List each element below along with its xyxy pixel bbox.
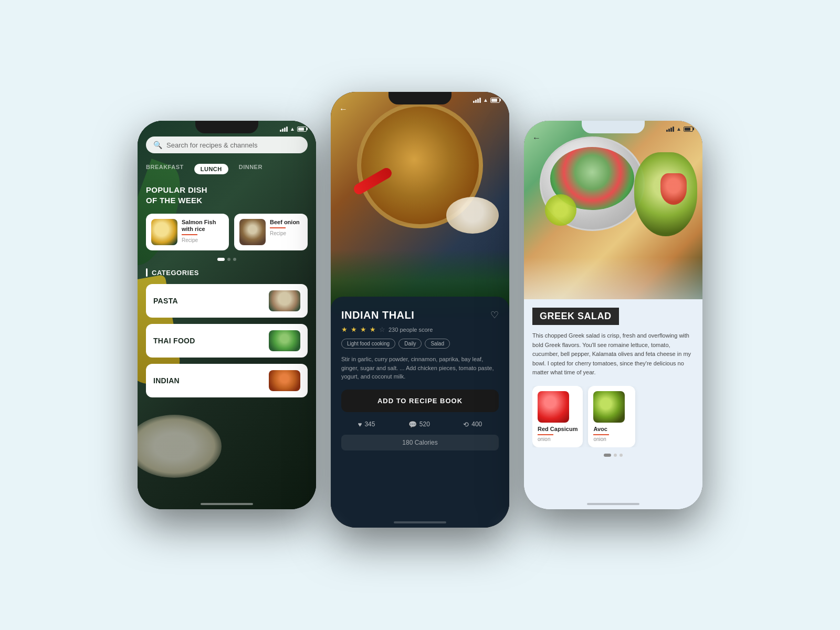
category-image-pasta [269, 290, 300, 311]
phone-1-screen: ▲ 🔍 Search for recipes & channels [138, 121, 316, 509]
ingredients-list: Red Capsicum onion Avoc onion [532, 386, 694, 447]
calories-display: 180 Calories [341, 435, 499, 450]
phone-3-status-bar: ▲ [666, 126, 694, 132]
tab-dinner[interactable]: DINNER [239, 164, 262, 174]
category-item-thai[interactable]: THAI FOOD [146, 324, 308, 358]
recipe-detail-card: INDIAN THALI ♡ ★ ★ ★ ★ ☆ 230 people scor… [331, 297, 509, 528]
dish-title: INDIAN THALI [341, 309, 414, 321]
ingredient-underline [538, 434, 553, 435]
dish-title-badge: GREEK SALAD [532, 308, 619, 325]
battery-icon [490, 98, 501, 103]
recipe-name: Salmon Fish with rice [182, 219, 224, 233]
ingredient-label: onion [538, 436, 578, 442]
signal-icon [666, 127, 674, 132]
shares-stat: ⟲ 400 [463, 421, 482, 428]
category-image-indian [269, 370, 300, 391]
phone-2-food-image [331, 92, 509, 312]
phone-1-status-bar: ▲ [280, 126, 308, 132]
home-indicator [201, 503, 253, 505]
star-4: ★ [370, 326, 376, 333]
search-icon: 🔍 [153, 141, 162, 149]
dot-1 [217, 258, 225, 261]
wifi-icon: ▲ [290, 126, 295, 132]
phone-2-inner: ▲ ← INDIAN THALI ♡ ★ ★ [331, 92, 509, 528]
star-2: ★ [351, 326, 357, 333]
star-1: ★ [341, 326, 348, 333]
ingredient-underline [593, 434, 609, 435]
notch [195, 121, 258, 133]
ingredient-card-avocado[interactable]: Avoc onion [588, 386, 635, 447]
recipe-name: Beef onion [270, 219, 302, 226]
phones-container: ▲ 🔍 Search for recipes & channels [138, 102, 702, 528]
back-button[interactable]: ← [532, 133, 541, 143]
battery-icon [684, 127, 694, 132]
recipe-description: Stir in garlic, curry powder, cinnamon, … [341, 355, 499, 381]
signal-icon [280, 127, 288, 132]
category-name-pasta: PASTA [153, 297, 178, 305]
recipe-detail-content: GREEK SALAD This chopped Greek salad is … [524, 299, 702, 509]
star-3: ★ [360, 326, 366, 333]
add-to-recipe-book-button[interactable]: ADD TO RECIPE BOOK [341, 390, 499, 412]
phone-1-content: 🔍 Search for recipes & channels BREAKFAS… [138, 121, 316, 509]
share-icon: ⟲ [463, 421, 469, 428]
likes-count: 345 [364, 421, 375, 428]
ingredient-image-capsicum [538, 391, 569, 423]
notch [582, 121, 645, 133]
ingredient-label: onion [593, 436, 630, 442]
phone-1: ▲ 🔍 Search for recipes & channels [138, 121, 316, 509]
recipe-card[interactable]: Beef onion Recipe [234, 214, 308, 250]
phone-1-inner: ▲ 🔍 Search for recipes & channels [138, 121, 316, 509]
star-5: ☆ [379, 326, 385, 333]
signal-icon [473, 98, 481, 103]
carousel-dots [138, 255, 316, 264]
category-item-indian[interactable]: INDIAN [146, 364, 308, 397]
carousel-dots [532, 454, 694, 457]
tag-salad[interactable]: Salad [425, 339, 450, 349]
comments-count: 520 [419, 421, 430, 428]
phone-3-food-image [524, 121, 702, 320]
recipe-stats: ♥ 345 💬 520 ⟲ 400 [341, 421, 499, 428]
back-button[interactable]: ← [339, 104, 348, 114]
tab-lunch[interactable]: LUNCH [194, 164, 228, 174]
recipe-card-info: Salmon Fish with rice Recipe [182, 219, 224, 243]
category-name-thai: THAI FOOD [153, 337, 195, 345]
wifi-icon: ▲ [483, 97, 488, 103]
shares-count: 400 [471, 421, 482, 428]
category-item-pasta[interactable]: PASTA [146, 284, 308, 318]
accent-bar [146, 268, 148, 277]
popular-dish-title: POPULAR DISH OF THE WEEK [138, 181, 316, 209]
category-image-thai [269, 330, 300, 351]
recipe-label: Recipe [270, 230, 302, 236]
recipe-tags: Light food cooking Daily Salad [341, 339, 499, 349]
recipe-description: This chopped Greek salad is crisp, fresh… [532, 331, 694, 377]
dot-3 [233, 258, 236, 261]
rice-bowl [446, 197, 499, 234]
ingredient-name-capsicum: Red Capsicum [538, 426, 578, 433]
rating-row: ★ ★ ★ ★ ☆ 230 people score [341, 326, 499, 333]
search-input[interactable]: Search for recipes & channels [166, 141, 257, 149]
people-score: 230 people score [388, 327, 433, 333]
dish-title: GREEK SALAD [540, 311, 612, 321]
recipe-underline [270, 227, 286, 228]
phone-3-screen: ▲ ← GREEK SALAD This chopped Greek salad… [524, 121, 702, 509]
tag-cooking[interactable]: Light food cooking [341, 339, 395, 349]
notch [388, 92, 452, 104]
recipe-underline [182, 234, 197, 235]
recipe-card[interactable]: Salmon Fish with rice Recipe [146, 214, 229, 250]
likes-stat: ♥ 345 [358, 421, 375, 428]
pepper-decoration [660, 173, 687, 205]
lime-decoration [545, 194, 576, 226]
category-name-indian: INDIAN [153, 376, 180, 385]
meal-tabs: BREAKFAST LUNCH DINNER [138, 158, 316, 181]
tab-breakfast[interactable]: BREAKFAST [146, 164, 184, 174]
tag-daily[interactable]: Daily [398, 339, 422, 349]
search-bar[interactable]: 🔍 Search for recipes & channels [146, 136, 308, 153]
home-indicator [587, 503, 639, 505]
ingredient-image-avocado [593, 391, 625, 423]
recipe-card-info: Beef onion Recipe [270, 219, 302, 236]
phone-2-screen: ▲ ← INDIAN THALI ♡ ★ ★ [331, 92, 509, 528]
ingredient-card-capsicum[interactable]: Red Capsicum onion [532, 386, 583, 447]
favorite-button[interactable]: ♡ [490, 309, 499, 321]
dot-2 [614, 454, 617, 457]
phone-2: ▲ ← INDIAN THALI ♡ ★ ★ [331, 92, 509, 528]
